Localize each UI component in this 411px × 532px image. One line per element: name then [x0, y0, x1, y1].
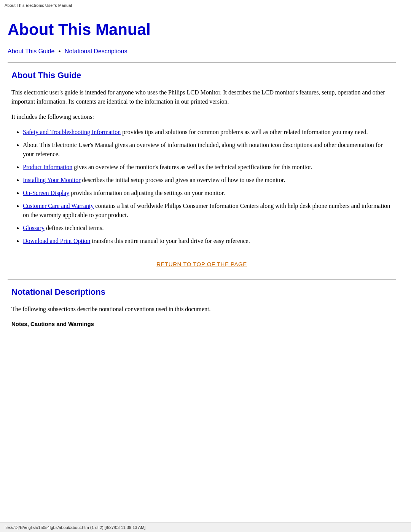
list-item: On-Screen Display provides information o…: [23, 189, 392, 198]
section-notational: Notational Descriptions The following su…: [8, 287, 396, 329]
page-title: About This Manual: [8, 21, 396, 39]
section-about-guide: About This Guide This electronic user's …: [8, 70, 396, 268]
browser-title: About This Electronic User's Manual: [0, 0, 411, 9]
status-bar: file:///D|/B/english/150s4fgbs/about/abo…: [0, 522, 411, 532]
link-safety[interactable]: Safety and Troubleshooting Information: [23, 129, 121, 135]
list-item: About This Electronic User's Manual give…: [23, 141, 392, 159]
link-osd[interactable]: On-Screen Display: [23, 190, 69, 196]
return-to-top: RETURN TO TOP OF THE PAGE: [11, 261, 392, 268]
divider-bottom: [8, 279, 396, 280]
section-title-notational: Notational Descriptions: [11, 287, 392, 297]
subsection-title-notes: Notes, Cautions and Warnings: [11, 320, 392, 329]
list-item: Product Information gives an overview of…: [23, 163, 392, 172]
nav-link-about-guide[interactable]: About This Guide: [8, 48, 54, 54]
link-customer-care[interactable]: Customer Care and Warranty: [23, 203, 94, 209]
return-to-top-link[interactable]: RETURN TO TOP OF THE PAGE: [156, 261, 247, 267]
link-glossary[interactable]: Glossary: [23, 225, 45, 231]
list-item: Safety and Troubleshooting Information p…: [23, 128, 392, 137]
link-installing[interactable]: Installing Your Monitor: [23, 177, 81, 183]
section1-paragraph2: It includes the following sections:: [11, 112, 392, 121]
section1-paragraph1: This electronic user's guide is intended…: [11, 88, 392, 106]
link-download[interactable]: Download and Print Option: [23, 238, 90, 244]
bullet-list: Safety and Troubleshooting Information p…: [23, 128, 392, 246]
nav-separator: •: [59, 48, 61, 54]
list-item: Customer Care and Warranty contains a li…: [23, 201, 392, 220]
section2-paragraph1: The following subsections describe notat…: [11, 305, 392, 314]
nav-links: About This Guide • Notational Descriptio…: [8, 48, 396, 55]
link-product-info[interactable]: Product Information: [23, 164, 72, 170]
section-title-about-guide: About This Guide: [11, 70, 392, 80]
list-item: Download and Print Option transfers this…: [23, 236, 392, 246]
divider-top: [8, 62, 396, 63]
list-item: Glossary defines technical terms.: [23, 224, 392, 233]
list-item: Installing Your Monitor describes the in…: [23, 176, 392, 185]
nav-link-notational[interactable]: Notational Descriptions: [65, 48, 127, 54]
